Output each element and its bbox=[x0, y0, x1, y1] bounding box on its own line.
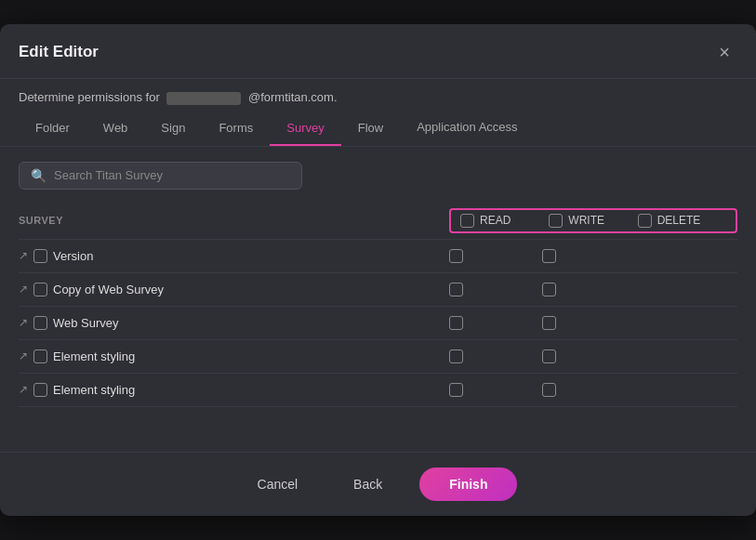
row-perm-delete-0 bbox=[635, 249, 728, 263]
back-button[interactable]: Back bbox=[335, 469, 401, 499]
row-write-checkbox-0[interactable] bbox=[449, 249, 463, 263]
tab-application-access[interactable]: Application Access bbox=[400, 111, 534, 146]
finish-button[interactable]: Finish bbox=[419, 468, 517, 501]
table-row: ↗︎ Element styling bbox=[19, 340, 737, 374]
row-read-checkbox-0[interactable] bbox=[33, 249, 47, 263]
row-perms-4 bbox=[449, 383, 737, 397]
row-perm-delete-2 bbox=[635, 316, 728, 330]
row-perm-read-1 bbox=[449, 283, 542, 296]
header-write-checkbox[interactable] bbox=[549, 214, 563, 228]
row-name-3: ↗︎ Element styling bbox=[19, 349, 449, 363]
header-delete-checkbox[interactable] bbox=[638, 214, 652, 228]
row-perm-write-0 bbox=[542, 249, 635, 263]
tab-web[interactable]: Web bbox=[86, 112, 145, 146]
row-perms-0 bbox=[449, 249, 737, 263]
modal-footer: Cancel Back Finish bbox=[0, 452, 756, 516]
read-label: READ bbox=[480, 214, 511, 227]
col-survey-label: SURVEY bbox=[19, 215, 449, 226]
tab-content: 🔍 SURVEY READ WRITE D bbox=[0, 147, 756, 444]
row-perm-delete-3 bbox=[635, 349, 728, 363]
row-label-2: Web Survey bbox=[53, 316, 119, 330]
row-name-2: ↗︎ Web Survey bbox=[19, 316, 449, 330]
delete-label: DELETE bbox=[657, 214, 701, 227]
row-write-checkbox-2[interactable] bbox=[449, 316, 463, 330]
search-icon: 🔍 bbox=[31, 168, 46, 183]
row-perm-write-2 bbox=[542, 316, 635, 330]
row-read-checkbox-4[interactable] bbox=[33, 383, 47, 397]
external-link-icon-0[interactable]: ↗︎ bbox=[19, 249, 28, 262]
external-link-icon-1[interactable]: ↗︎ bbox=[19, 283, 28, 296]
row-perm-delete-1 bbox=[635, 283, 728, 296]
edit-editor-modal: Edit Editor × Determine permissions for … bbox=[0, 24, 756, 515]
row-delete-checkbox-3[interactable] bbox=[542, 349, 556, 363]
tabs-bar: Folder Web Sign Forms Survey Flow Applic… bbox=[0, 111, 756, 147]
row-name-1: ↗︎ Copy of Web Survey bbox=[19, 283, 449, 296]
header-read-checkbox[interactable] bbox=[460, 214, 474, 228]
external-link-icon-4[interactable]: ↗︎ bbox=[19, 383, 28, 396]
row-delete-checkbox-0[interactable] bbox=[542, 249, 556, 263]
tab-folder[interactable]: Folder bbox=[19, 112, 86, 146]
external-link-icon-3[interactable]: ↗︎ bbox=[19, 349, 28, 362]
row-write-checkbox-3[interactable] bbox=[449, 349, 463, 363]
tab-sign[interactable]: Sign bbox=[144, 112, 202, 146]
tab-forms[interactable]: Forms bbox=[202, 112, 270, 146]
tab-survey[interactable]: Survey bbox=[270, 112, 340, 146]
col-write: WRITE bbox=[549, 214, 637, 228]
row-perm-read-0 bbox=[449, 249, 542, 263]
table-row: ↗︎ Version bbox=[19, 240, 737, 273]
table-header: SURVEY READ WRITE DELETE bbox=[19, 204, 737, 240]
row-perm-read-2 bbox=[449, 316, 542, 330]
row-write-checkbox-1[interactable] bbox=[449, 283, 463, 296]
row-write-checkbox-4[interactable] bbox=[449, 383, 463, 397]
table-row: ↗︎ Copy of Web Survey bbox=[19, 273, 737, 307]
row-delete-checkbox-4[interactable] bbox=[542, 383, 556, 397]
row-perm-read-4 bbox=[449, 383, 542, 397]
row-label-3: Element styling bbox=[53, 349, 135, 363]
table-row: ↗︎ Web Survey bbox=[19, 307, 737, 340]
col-delete: DELETE bbox=[638, 214, 726, 228]
row-label-1: Copy of Web Survey bbox=[53, 283, 164, 296]
row-perm-read-3 bbox=[449, 349, 542, 363]
modal-title: Edit Editor bbox=[19, 43, 99, 61]
email-blurred bbox=[166, 92, 241, 105]
permissions-description: Determine permissions for @formtitan.com… bbox=[0, 79, 756, 111]
row-perms-1 bbox=[449, 283, 737, 296]
search-input[interactable] bbox=[54, 168, 290, 182]
permissions-header: READ WRITE DELETE bbox=[449, 208, 737, 233]
row-name-4: ↗︎ Element styling bbox=[19, 383, 449, 397]
row-delete-checkbox-2[interactable] bbox=[542, 316, 556, 330]
col-read: READ bbox=[460, 214, 549, 228]
modal-overlay: Edit Editor × Determine permissions for … bbox=[0, 0, 756, 540]
row-read-checkbox-3[interactable] bbox=[33, 349, 47, 363]
row-read-checkbox-1[interactable] bbox=[33, 283, 47, 296]
external-link-icon-2[interactable]: ↗︎ bbox=[19, 316, 28, 329]
row-perms-2 bbox=[449, 316, 737, 330]
row-perm-write-3 bbox=[542, 349, 635, 363]
row-label-0: Version bbox=[53, 249, 93, 263]
row-perm-write-1 bbox=[542, 283, 635, 296]
modal-header: Edit Editor × bbox=[0, 24, 756, 79]
search-box[interactable]: 🔍 bbox=[19, 162, 302, 190]
row-name-0: ↗︎ Version bbox=[19, 249, 449, 263]
write-label: WRITE bbox=[568, 214, 604, 227]
close-button[interactable]: × bbox=[711, 39, 737, 65]
permissions-prefix: Determine permissions for bbox=[19, 90, 160, 104]
row-perm-write-4 bbox=[542, 383, 635, 397]
cancel-button[interactable]: Cancel bbox=[239, 469, 317, 499]
row-perms-3 bbox=[449, 349, 737, 363]
row-read-checkbox-2[interactable] bbox=[33, 316, 47, 330]
permissions-suffix: @formtitan.com. bbox=[248, 90, 338, 104]
row-label-4: Element styling bbox=[53, 383, 135, 397]
row-delete-checkbox-1[interactable] bbox=[542, 283, 556, 296]
tab-flow[interactable]: Flow bbox=[341, 112, 400, 146]
table-row: ↗︎ Element styling bbox=[19, 374, 737, 407]
row-perm-delete-4 bbox=[635, 383, 728, 397]
table-body: ↗︎ Version ↗︎ Copy of Web Survey bbox=[19, 240, 737, 407]
